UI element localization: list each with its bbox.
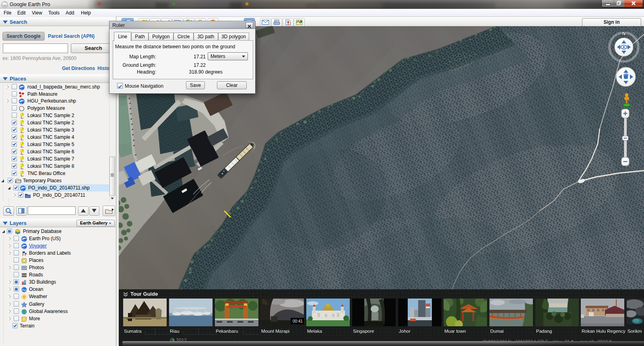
svg-text:N: N xyxy=(622,31,625,36)
svg-text:00:41: 00:41 xyxy=(293,319,303,323)
